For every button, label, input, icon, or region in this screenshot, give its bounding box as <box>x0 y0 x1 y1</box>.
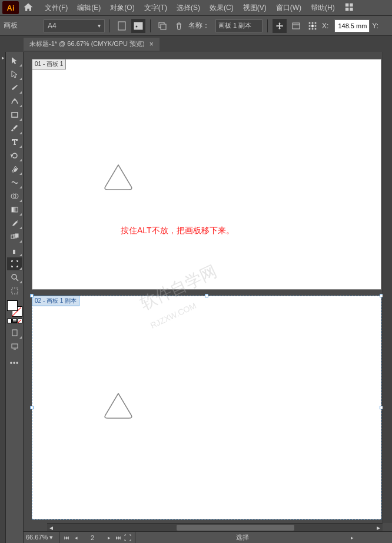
x-label: X: <box>322 22 328 30</box>
svg-rect-21 <box>12 112 18 117</box>
svg-rect-9 <box>293 23 300 29</box>
instruction-text: 按住ALT不放，把画板移下来。 <box>121 226 234 236</box>
canvas[interactable]: 01 - 画板 1 按住ALT不放，把画板移下来。 02 - 画板 1 副本 软… <box>24 52 392 543</box>
eyedropper-tool[interactable] <box>7 217 22 230</box>
home-icon[interactable] <box>22 2 34 14</box>
y-label: Y: <box>372 22 378 30</box>
zoom-tool[interactable] <box>7 271 22 284</box>
edit-toolbar-icon[interactable]: ••• <box>7 357 22 370</box>
artboard-options-icon[interactable] <box>289 19 303 33</box>
svg-rect-31 <box>12 288 18 294</box>
direct-selection-tool[interactable] <box>7 68 22 81</box>
svg-point-11 <box>309 22 311 24</box>
orientation-portrait-icon[interactable] <box>115 19 129 33</box>
fill-stroke-swatch[interactable] <box>7 300 22 317</box>
rotate-tool[interactable] <box>7 149 22 162</box>
move-artwork-toggle-icon[interactable] <box>273 19 287 33</box>
menu-object[interactable]: 对象(O) <box>105 3 139 13</box>
artboard-2-label: 02 - 画板 1 副本 <box>32 296 79 306</box>
artboard-nav-icon[interactable] <box>123 533 132 542</box>
rectangle-tool[interactable] <box>7 108 22 121</box>
expand-arrow-icon[interactable]: ▸ <box>0 52 6 64</box>
menu-help[interactable]: 帮助(H) <box>306 3 340 13</box>
svg-rect-0 <box>345 4 348 7</box>
panel-expand-strip[interactable]: ▸ <box>0 52 6 543</box>
artboard-tool[interactable] <box>7 257 22 270</box>
artboard-2[interactable]: 02 - 画板 1 副本 <box>32 296 381 519</box>
svg-point-12 <box>312 22 314 24</box>
width-tool[interactable] <box>7 176 22 189</box>
menu-window[interactable]: 窗口(W) <box>271 3 306 13</box>
control-bar: 画板 A4 名称： X: Y: <box>0 15 392 35</box>
tool-panel: ••• <box>6 52 24 543</box>
draw-mode-tool[interactable] <box>7 326 22 339</box>
color-mode-swatches[interactable] <box>7 319 22 323</box>
svg-rect-33 <box>12 344 18 348</box>
document-tab[interactable]: 未标题-1* @ 66.67% (CMYK/GPU 预览) × <box>24 38 160 51</box>
orientation-landscape-icon[interactable] <box>131 19 145 33</box>
svg-point-19 <box>315 28 317 29</box>
vertical-scrollbar[interactable] <box>383 52 392 523</box>
zoom-level[interactable]: 66.67% ▾ <box>24 534 57 541</box>
shape-builder-tool[interactable] <box>7 190 22 203</box>
svg-point-13 <box>315 22 317 24</box>
status-menu-button[interactable]: ▸ <box>347 533 357 542</box>
svg-rect-7 <box>159 22 164 28</box>
first-artboard-button[interactable]: ⏮ <box>62 533 71 542</box>
horizontal-scrollbar[interactable]: ◂ ▸ <box>47 523 383 531</box>
workspace-switcher-icon[interactable] <box>344 1 357 14</box>
type-tool[interactable] <box>7 135 22 148</box>
selection-tool[interactable] <box>7 54 22 67</box>
svg-rect-28 <box>13 250 15 254</box>
gradient-tool[interactable] <box>7 203 22 216</box>
pen-tool[interactable] <box>7 81 22 94</box>
svg-rect-1 <box>350 4 353 7</box>
next-artboard-button[interactable]: ▸ <box>104 533 114 542</box>
svg-rect-5 <box>134 22 142 29</box>
blend-tool[interactable] <box>7 230 22 243</box>
prev-artboard-button[interactable]: ◂ <box>71 533 81 542</box>
svg-rect-32 <box>12 330 17 336</box>
svg-rect-24 <box>12 207 18 212</box>
svg-point-17 <box>309 28 311 29</box>
svg-rect-8 <box>161 24 166 29</box>
name-label: 名称： <box>188 21 210 31</box>
svg-rect-26 <box>14 234 16 238</box>
delete-artboard-icon[interactable] <box>172 19 186 33</box>
curvature-tool[interactable] <box>7 95 22 108</box>
svg-point-15 <box>311 25 314 27</box>
screen-mode-tool[interactable] <box>7 340 22 353</box>
svg-point-16 <box>315 25 317 27</box>
svg-point-23 <box>14 194 18 198</box>
svg-point-20 <box>14 99 15 100</box>
artboard-name-input[interactable] <box>215 19 263 32</box>
artboard-1-label: 01 - 画板 1 <box>32 59 66 69</box>
menu-view[interactable]: 视图(V) <box>238 3 271 13</box>
x-coord-input[interactable] <box>334 19 370 32</box>
fill-swatch[interactable] <box>7 300 18 311</box>
status-bar: 66.67% ▾ ⏮ ◂ 2 ▸ ⏭ 选择 ▸ <box>24 531 392 543</box>
new-artboard-icon[interactable] <box>155 19 170 33</box>
svg-rect-25 <box>11 235 14 239</box>
reference-point-icon[interactable] <box>305 19 320 33</box>
menu-select[interactable]: 选择(S) <box>172 3 205 13</box>
artboard-number[interactable]: 2 <box>81 534 104 541</box>
svg-rect-27 <box>15 234 18 237</box>
artboard-1[interactable]: 01 - 画板 1 按住ALT不放，把画板移下来。 <box>32 59 381 290</box>
menu-file[interactable]: 文件(F) <box>40 3 72 13</box>
document-tab-bar: 未标题-1* @ 66.67% (CMYK/GPU 预览) × <box>0 35 392 52</box>
hand-slice-tool[interactable] <box>7 284 22 297</box>
mode-label: 画板 <box>4 21 18 31</box>
menu-edit[interactable]: 编辑(E) <box>72 3 105 13</box>
last-artboard-button[interactable]: ⏭ <box>114 533 123 542</box>
menu-type[interactable]: 文字(T) <box>139 3 172 13</box>
app-logo: Ai <box>2 1 19 14</box>
main-menu-bar: Ai 文件(F) 编辑(E) 对象(O) 文字(T) 选择(S) 效果(C) 视… <box>0 0 392 15</box>
status-mode: 选择 <box>236 533 249 542</box>
artboard-preset-dropdown[interactable]: A4 <box>44 19 105 32</box>
paintbrush-tool[interactable] <box>7 122 22 135</box>
menu-effect[interactable]: 效果(C) <box>205 3 238 13</box>
symbol-sprayer-tool[interactable] <box>7 244 22 257</box>
close-tab-icon[interactable]: × <box>150 40 154 48</box>
eraser-tool[interactable] <box>7 163 22 176</box>
